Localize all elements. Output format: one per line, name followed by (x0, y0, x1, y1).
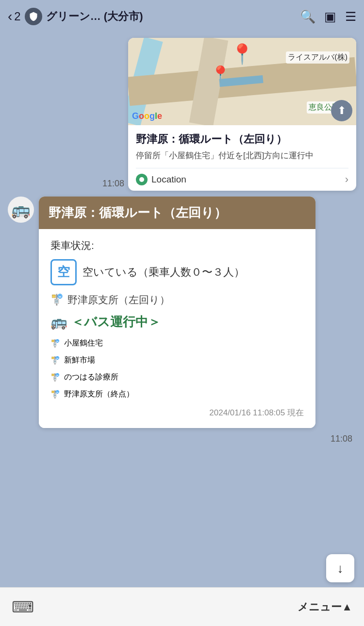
map-info: 野津原：循環ルート（左回り） 停留所「小屋鶴住宅」付近を[北西]方向に運行中 L… (128, 125, 356, 191)
bus-card: 野津原：循環ルート（左回り） 乗車状況: 空 空いている（乗車人数０〜３人） 🚏… (39, 197, 315, 428)
stop-text: 小屋鶴住宅 (64, 338, 103, 348)
list-item: 🚏 新鮮市場 (50, 355, 304, 365)
note-icon[interactable]: ▣ (324, 9, 336, 24)
stop-text: 野津原支所（終点） (64, 389, 134, 399)
list-item: 🚏 小屋鶴住宅 (50, 338, 304, 348)
bus-stop-list: 🚏 小屋鶴住宅 🚏 新鮮市場 🚏 のつはる診療所 🚏 (50, 338, 304, 399)
bus-section-label: 乗車状況: (50, 239, 304, 252)
bus-card-body: 乗車状況: 空 空いている（乗車人数０〜３人） 🚏 野津原支所（左回り） 🚌 (39, 229, 315, 428)
search-icon[interactable]: 🔍 (300, 9, 315, 24)
shield-badge (25, 8, 42, 25)
bus-running-text: ＜バス運行中＞ (71, 313, 161, 330)
location-dot-icon (136, 174, 148, 185)
menu-label: メニュー▲ (298, 600, 352, 614)
stop-text: のつはる診療所 (64, 372, 118, 382)
message-time-1: 11:08 (102, 179, 124, 189)
google-logo: Google (132, 111, 162, 121)
map-location-row[interactable]: Location › (136, 168, 348, 191)
map-image: 📍 📍 ライスアルバ(株) 恵良公民館 Google ⬆ (128, 38, 356, 125)
stop-icon: 🚏 (50, 390, 60, 399)
stop-icon: 🚏 (50, 339, 60, 348)
bus-status-row: 空 空いている（乗車人数０〜３人） (50, 259, 304, 285)
bus-status-text: 空いている（乗車人数０〜３人） (83, 265, 245, 280)
bottom-bar: ⌨ メニュー▲ (0, 587, 364, 626)
avatar: 🚌 (8, 197, 34, 223)
back-arrow-icon: ‹ (8, 9, 12, 24)
back-count: 2 (14, 10, 20, 23)
avatar-emoji: 🚌 (11, 200, 31, 219)
map-pin-red-icon: 📍 (230, 43, 254, 66)
chevron-right-icon: › (345, 173, 348, 186)
bus-stop1-icon: 🚏 (50, 294, 64, 306)
location-label: Location (151, 174, 186, 185)
back-button[interactable]: ‹ 2 (8, 9, 21, 24)
map-pin-gray-icon: 📍 (210, 65, 231, 84)
keyboard-icon[interactable]: ⌨ (12, 598, 34, 616)
menu-button[interactable]: メニュー▲ (298, 600, 352, 614)
header: ‹ 2 グリーン… (大分市) 🔍 ▣ ☰ (0, 0, 364, 33)
message-map: 11:08 📍 📍 ライスアルバ(株) 恵良公民館 Google ⬆ 野津原：循… (8, 38, 356, 191)
message-time-2: 11:08 (8, 434, 356, 444)
share-button[interactable]: ⬆ (331, 100, 352, 121)
bus-running-row: 🚌 ＜バス運行中＞ (50, 313, 304, 330)
map-location-left: Location (136, 174, 186, 185)
bus-stop1-text: 野津原支所（左回り） (67, 293, 170, 307)
shield-icon (29, 12, 38, 21)
bus-card-header: 野津原：循環ルート（左回り） (39, 197, 315, 229)
stop-icon: 🚏 (50, 373, 60, 382)
list-item: 🚏 のつはる診療所 (50, 372, 304, 382)
map-label-rice: ライスアルバ(株) (286, 51, 349, 64)
menu-icon[interactable]: ☰ (345, 9, 356, 24)
bus-timestamp: 2024/01/16 11:08:05 現在 (50, 407, 304, 418)
chat-title: グリーン… (大分市) (46, 9, 143, 24)
bus-card-wrapper: 野津原：循環ルート（左回り） 乗車状況: 空 空いている（乗車人数０〜３人） 🚏… (39, 197, 315, 428)
header-title-area: グリーン… (大分市) (25, 8, 300, 25)
bus-status-icon: 空 (50, 259, 77, 285)
stop-icon: 🚏 (50, 356, 60, 365)
stop-text: 新鮮市場 (64, 355, 95, 365)
bus-running-icon: 🚌 (50, 314, 67, 330)
bus-card-title: 野津原：循環ルート（左回り） (49, 204, 306, 221)
map-card-title: 野津原：循環ルート（左回り） (136, 132, 348, 147)
list-item: 🚏 野津原支所（終点） (50, 389, 304, 399)
bus-stop-origin: 🚏 野津原支所（左回り） (50, 293, 304, 307)
map-card[interactable]: 📍 📍 ライスアルバ(株) 恵良公民館 Google ⬆ 野津原：循環ルート（左… (128, 38, 356, 191)
map-card-desc: 停留所「小屋鶴住宅」付近を[北西]方向に運行中 (136, 149, 348, 162)
header-icons: 🔍 ▣ ☰ (300, 9, 356, 24)
chat-area: 11:08 📍 📍 ライスアルバ(株) 恵良公民館 Google ⬆ 野津原：循… (0, 33, 364, 449)
message-bus: 🚌 野津原：循環ルート（左回り） 乗車状況: 空 空いている（乗車人数０〜３人） (8, 197, 356, 428)
scroll-down-button[interactable]: ↓ (326, 554, 354, 582)
